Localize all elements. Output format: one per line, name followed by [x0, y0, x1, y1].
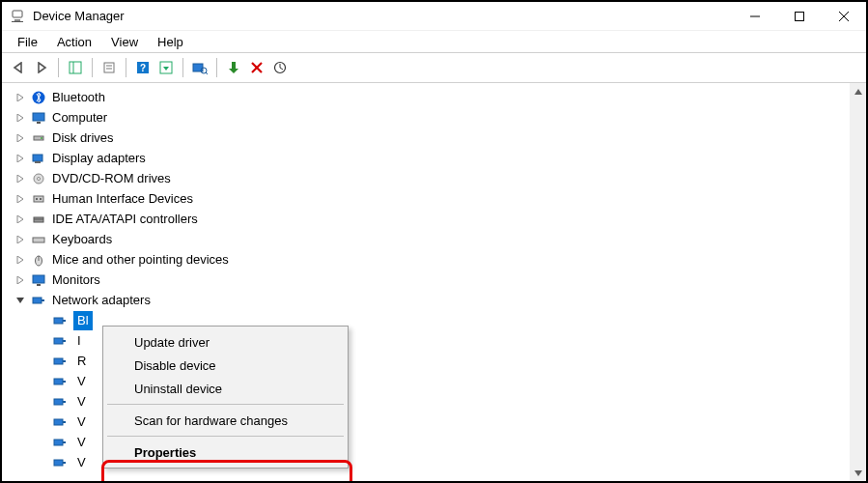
maximize-button[interactable]	[777, 2, 822, 31]
titlebar: Device Manager	[2, 2, 866, 31]
svg-rect-24	[37, 122, 41, 124]
ctx-update-driver[interactable]: Update driver	[105, 330, 346, 354]
svg-rect-53	[63, 401, 66, 403]
show-hide-tree-button[interactable]	[65, 57, 86, 78]
menu-file[interactable]: File	[8, 33, 47, 51]
ctx-uninstall-device[interactable]: Uninstall device	[105, 377, 346, 400]
vertical-scrollbar[interactable]	[850, 83, 866, 481]
toolbar-separator	[216, 58, 217, 77]
hid-icon	[31, 191, 46, 207]
svg-rect-9	[104, 63, 114, 72]
toolbar-separator	[182, 58, 183, 77]
chevron-right-icon[interactable]	[14, 192, 27, 206]
action-dropdown-button[interactable]	[155, 57, 177, 78]
svg-rect-43	[42, 299, 44, 301]
update-driver-button[interactable]	[269, 57, 291, 78]
svg-rect-2	[12, 21, 23, 22]
chevron-right-icon[interactable]	[14, 233, 27, 246]
bluetooth-icon	[31, 90, 46, 105]
back-button[interactable]	[8, 57, 29, 78]
menubar: File Action View Help	[2, 31, 866, 52]
chevron-down-icon[interactable]	[14, 294, 27, 307]
toolbar-separator	[58, 58, 59, 77]
context-menu[interactable]: Update driver Disable device Uninstall d…	[102, 326, 349, 469]
tree-node-bluetooth[interactable]: Bluetooth	[14, 87, 866, 107]
tree-node-dvd[interactable]: DVD/CD-ROM drives	[14, 168, 866, 188]
svg-rect-33	[40, 198, 42, 200]
svg-rect-36	[33, 238, 44, 242]
network-adapter-icon	[52, 354, 68, 369]
svg-rect-55	[63, 421, 66, 423]
network-adapter-icon	[52, 455, 68, 470]
svg-rect-40	[33, 275, 44, 283]
network-adapter-icon	[52, 394, 68, 410]
network-adapter-label: Bl	[73, 311, 93, 330]
forward-button[interactable]	[31, 57, 52, 78]
tree-node-ide[interactable]: IDE ATA/ATAPI controllers	[14, 209, 866, 229]
context-menu-separator	[107, 436, 344, 437]
menu-action[interactable]: Action	[47, 33, 101, 51]
tree-node-keyboards[interactable]: Keyboards	[14, 229, 866, 249]
menu-view[interactable]: View	[101, 33, 148, 51]
svg-rect-28	[35, 161, 41, 163]
window-title: Device Manager	[33, 9, 125, 23]
tree-node-monitors[interactable]: Monitors	[14, 270, 866, 290]
chevron-right-icon[interactable]	[14, 213, 27, 226]
scroll-up-button[interactable]	[850, 83, 866, 99]
chevron-right-icon[interactable]	[14, 111, 27, 125]
svg-line-17	[206, 72, 208, 74]
network-adapter-label: V	[73, 392, 90, 412]
svg-rect-45	[63, 320, 66, 322]
svg-rect-47	[63, 340, 66, 342]
svg-rect-54	[54, 419, 63, 425]
chevron-right-icon[interactable]	[14, 91, 27, 104]
disk-icon	[31, 130, 46, 146]
tree-node-network-adapters[interactable]: Network adapters	[14, 290, 866, 310]
ctx-properties[interactable]: Properties	[105, 440, 346, 464]
scan-hardware-button[interactable]	[189, 57, 210, 78]
svg-rect-51	[63, 381, 66, 383]
chevron-right-icon[interactable]	[14, 172, 27, 185]
tree-node-label: Network adapters	[52, 291, 151, 310]
tree-node-computer[interactable]: Computer	[14, 107, 866, 128]
tree-node-hid[interactable]: Human Interface Devices	[14, 188, 866, 209]
svg-rect-27	[33, 155, 42, 161]
ctx-disable-device[interactable]: Disable device	[105, 354, 346, 377]
tree-node-mice[interactable]: Mice and other pointing devices	[14, 249, 866, 270]
monitor-icon	[31, 272, 46, 288]
tree-node-disk-drives[interactable]: Disk drives	[14, 128, 866, 148]
svg-rect-31	[34, 196, 43, 202]
tree-view-container: Bluetooth Computer Disk drives Display a…	[2, 83, 866, 481]
keyboard-icon	[31, 232, 46, 247]
disc-icon	[31, 171, 46, 186]
network-adapter-label: I	[73, 331, 85, 351]
properties-button[interactable]	[98, 57, 120, 78]
menu-help[interactable]: Help	[148, 33, 193, 51]
toolbar: ?	[2, 52, 866, 83]
chevron-right-icon[interactable]	[14, 152, 27, 165]
svg-rect-46	[54, 338, 63, 344]
network-adapter-icon	[52, 374, 68, 389]
scroll-down-button[interactable]	[850, 465, 866, 481]
scrollbar-track[interactable]	[850, 99, 866, 465]
chevron-right-icon[interactable]	[14, 253, 27, 267]
close-button[interactable]	[822, 2, 866, 31]
enable-device-button[interactable]	[223, 57, 244, 78]
svg-rect-44	[54, 318, 63, 324]
network-adapter-label: V	[73, 433, 90, 452]
tree-node-label: IDE ATA/ATAPI controllers	[52, 210, 198, 229]
ctx-scan-hardware[interactable]: Scan for hardware changes	[105, 409, 346, 432]
chevron-right-icon[interactable]	[14, 131, 27, 145]
minimize-button[interactable]	[733, 2, 777, 31]
uninstall-device-button[interactable]	[246, 57, 267, 78]
monitor-icon	[31, 110, 46, 126]
chevron-right-icon[interactable]	[14, 273, 27, 287]
tree-node-display-adapters[interactable]: Display adapters	[14, 148, 866, 168]
svg-rect-7	[70, 62, 81, 73]
svg-rect-58	[54, 460, 63, 466]
help-button[interactable]: ?	[132, 57, 154, 78]
svg-rect-4	[796, 12, 804, 20]
tree-node-label: Human Interface Devices	[52, 189, 193, 209]
context-menu-separator	[107, 404, 344, 405]
svg-rect-48	[54, 358, 63, 364]
